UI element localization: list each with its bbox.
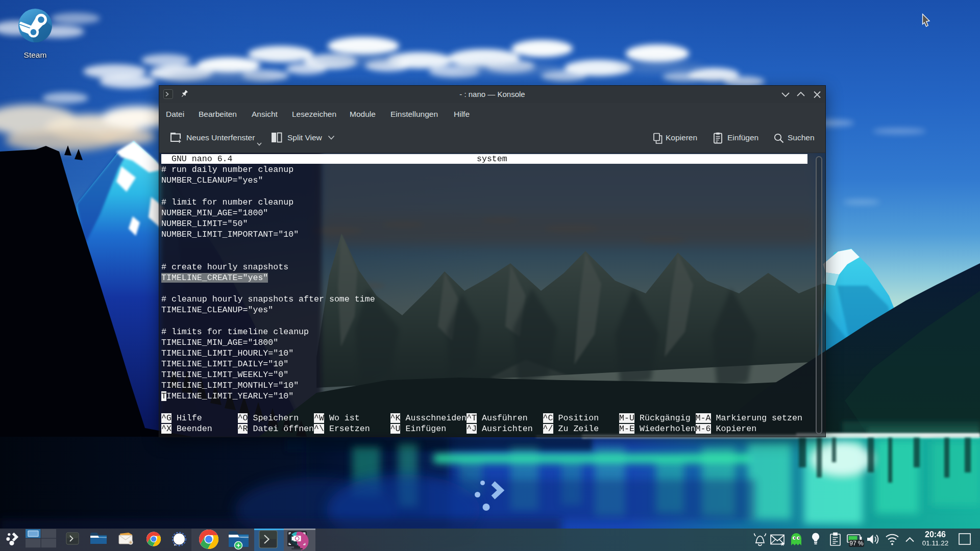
svg-text:97 %: 97 % (849, 540, 864, 547)
